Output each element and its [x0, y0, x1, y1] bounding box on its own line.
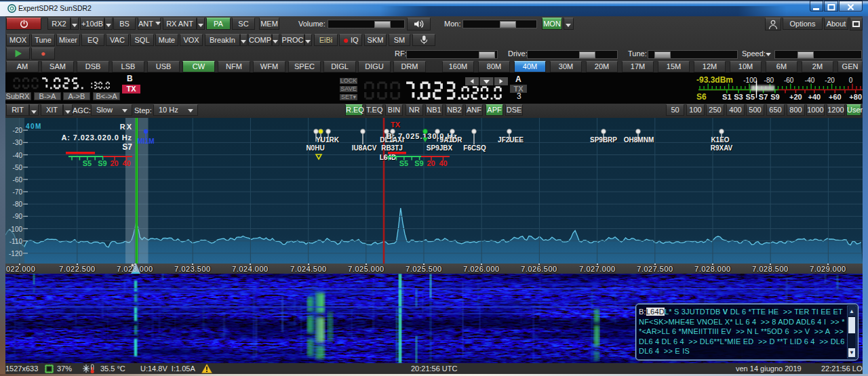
- svg-text:S7: S7: [122, 142, 132, 152]
- svg-text:SP9JBX: SP9JBX: [427, 144, 453, 152]
- svg-text:+60: +60: [829, 93, 842, 101]
- svg-text:S9: S9: [770, 93, 779, 101]
- svg-text:-60: -60: [784, 77, 794, 84]
- svg-text:-20: -20: [13, 127, 23, 134]
- svg-text:40M: 40M: [26, 123, 42, 130]
- svg-text:S5: S5: [83, 159, 92, 167]
- svg-text:K1EO: K1EO: [711, 136, 729, 144]
- svg-text:-80: -80: [13, 201, 23, 208]
- svg-text:S5: S5: [399, 159, 408, 167]
- svg-text:+40: +40: [808, 93, 821, 101]
- svg-text:+20: +20: [789, 93, 802, 101]
- svg-text:-60: -60: [13, 176, 23, 184]
- svg-text:S5: S5: [746, 93, 755, 101]
- svg-text:L64D: L64D: [380, 154, 396, 161]
- svg-text:0: 0: [849, 77, 853, 84]
- svg-text:MI1M: MI1M: [138, 138, 155, 145]
- svg-text:+80: +80: [849, 93, 862, 101]
- svg-text:R9XAV: R9XAV: [711, 144, 733, 152]
- svg-text:-40: -40: [13, 152, 23, 159]
- svg-text:N0HU: N0HU: [306, 144, 324, 152]
- svg-text:S3: S3: [734, 93, 743, 101]
- svg-text:SP9BRP: SP9BRP: [590, 136, 617, 144]
- svg-text:40: 40: [439, 159, 447, 167]
- svg-text:OH8MNM: OH8MNM: [624, 136, 654, 144]
- svg-text:20: 20: [110, 159, 118, 167]
- svg-text:S9: S9: [98, 159, 106, 167]
- svg-text:-80: -80: [764, 77, 774, 84]
- svg-text:TX: TX: [391, 121, 401, 129]
- svg-text:YU1RK: YU1RK: [316, 136, 340, 144]
- svg-text:RX: RX: [120, 123, 133, 131]
- svg-text:-110: -110: [9, 238, 23, 245]
- svg-text:-90: -90: [13, 213, 23, 220]
- svg-text:-40: -40: [805, 77, 815, 84]
- svg-text:-50: -50: [13, 164, 23, 171]
- svg-text:9A1DR: 9A1DR: [440, 136, 463, 144]
- svg-text:RB3TJ: RB3TJ: [381, 144, 403, 152]
- svg-text:-93.3dBm: -93.3dBm: [696, 75, 733, 85]
- svg-text:20: 20: [427, 159, 435, 167]
- svg-text:IU8ACV: IU8ACV: [352, 144, 377, 152]
- svg-text:-100: -100: [743, 77, 757, 84]
- svg-text:S7: S7: [759, 93, 768, 101]
- svg-text:-100: -100: [9, 226, 22, 233]
- svg-text:A: 7.023.020.0 Hz: A: 7.023.020.0 Hz: [61, 133, 132, 142]
- svg-text:-20: -20: [825, 77, 835, 84]
- svg-text:-70: -70: [13, 188, 23, 196]
- svg-text:S6: S6: [696, 92, 707, 102]
- svg-text:S1: S1: [722, 93, 731, 101]
- svg-text:S9: S9: [414, 159, 423, 167]
- svg-text:-120: -120: [9, 250, 22, 257]
- svg-text:JF2UEE: JF2UEE: [498, 136, 524, 144]
- svg-text:F6CSQ: F6CSQ: [463, 144, 486, 152]
- svg-text:40: 40: [122, 159, 130, 167]
- svg-text:-30: -30: [13, 139, 23, 146]
